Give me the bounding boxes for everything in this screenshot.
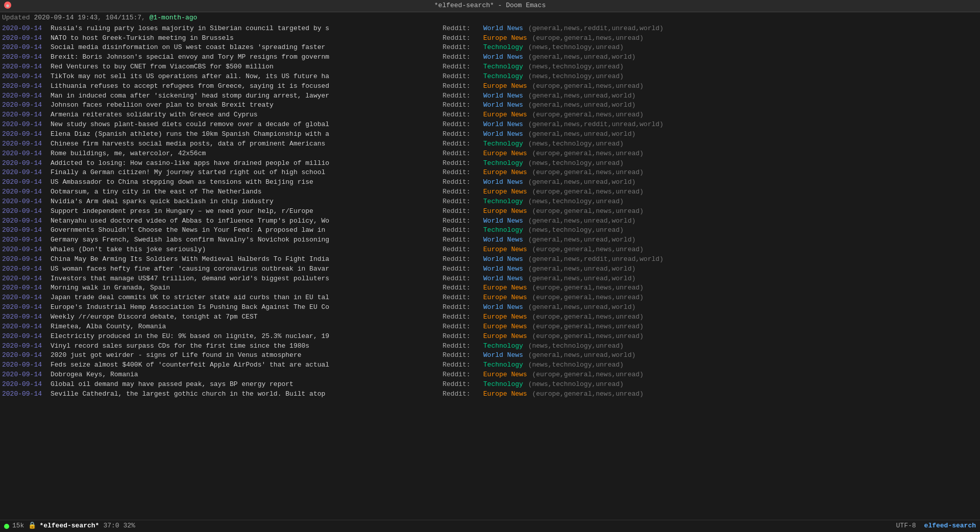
entry-title: Red Ventures to buy CNET from ViacomCBS … <box>51 62 438 72</box>
entry-title: Finally a German citizen! My journey sta… <box>51 168 438 178</box>
entry-date: 2020-09-14 <box>2 216 51 226</box>
table-row[interactable]: 2020-09-14 Brexit: Boris Johnson's speci… <box>0 53 980 62</box>
table-row[interactable]: 2020-09-14 Vinyl record sales surpass CD… <box>0 342 980 351</box>
entry-feed: Europe News <box>479 390 527 399</box>
entry-feed: Technology <box>479 72 523 82</box>
entry-date: 2020-09-14 <box>2 283 51 293</box>
entry-date: 2020-09-14 <box>2 178 51 187</box>
entry-date: 2020-09-14 <box>2 130 51 139</box>
entry-date: 2020-09-14 <box>2 293 51 303</box>
entry-date: 2020-09-14 <box>2 82 51 91</box>
entry-source: Reddit: <box>438 120 479 130</box>
entry-source: Reddit: <box>438 293 479 303</box>
table-row[interactable]: 2020-09-14 Germany says French, Swedish … <box>0 235 980 245</box>
entry-title: Vinyl record sales surpass CDs for the f… <box>51 342 438 351</box>
table-row[interactable]: 2020-09-14 New study shows plant-based d… <box>0 120 980 130</box>
table-row[interactable]: 2020-09-14 China May Be Arming Its Soldi… <box>0 255 980 264</box>
entry-title: Nvidia's Arm deal sparks quick backlash … <box>51 197 438 207</box>
table-row[interactable]: 2020-09-14 Rome buildings, me, watercolo… <box>0 149 980 159</box>
entry-feed: Europe News <box>479 149 527 159</box>
entry-title: Global oil demand may have passed peak, … <box>51 380 438 390</box>
table-row[interactable]: 2020-09-14 NATO to host Greek-Turkish me… <box>0 34 980 43</box>
close-icon[interactable]: ● <box>4 2 11 9</box>
table-row[interactable]: 2020-09-14 Netanyahu used doctored video… <box>0 216 980 226</box>
table-row[interactable]: 2020-09-14 Europe's Industrial Hemp Asso… <box>0 303 980 312</box>
entry-tags: (news,technology,unread) <box>523 43 624 53</box>
entry-feed: Technology <box>479 43 523 53</box>
entry-tags: (news,technology,unread) <box>523 159 624 168</box>
entry-feed: Technology <box>479 62 523 72</box>
entry-source: Reddit: <box>438 283 479 293</box>
table-row[interactable]: 2020-09-14 Addicted to losing: How casin… <box>0 159 980 168</box>
table-row[interactable]: 2020-09-14 Japan trade deal commits UK t… <box>0 293 980 303</box>
updated-count: 104/115:7 <box>106 14 141 21</box>
entry-tags: (europe,general,news,unread) <box>527 312 644 322</box>
table-row[interactable]: 2020-09-14 Johnson faces rebellion over … <box>0 101 980 110</box>
entry-date: 2020-09-14 <box>2 312 51 322</box>
status-line-top: Updated 2020-09-14 19:43, 104/115:7, @1-… <box>0 12 980 24</box>
entry-title: Europe's Industrial Hemp Association Is … <box>51 303 438 312</box>
entry-feed: Europe News <box>479 187 527 197</box>
status-bar: 15k 🔒 *elfeed-search* 37:0 32% UTF-8 elf… <box>0 520 980 532</box>
table-row[interactable]: 2020-09-14 Dobrogea Keys, RomaniaReddit:… <box>0 370 980 380</box>
entry-feed: World News <box>479 274 523 284</box>
entry-title: Man in induced coma after 'sickening' he… <box>51 91 438 101</box>
entry-tags: (general,news,unread,world) <box>523 351 635 360</box>
table-row[interactable]: 2020-09-14 US woman faces hefty fine aft… <box>0 264 980 274</box>
table-row[interactable]: 2020-09-14 Governments Shouldn't Choose … <box>0 226 980 235</box>
entry-date: 2020-09-14 <box>2 62 51 72</box>
table-row[interactable]: 2020-09-14 Global oil demand may have pa… <box>0 380 980 390</box>
table-row[interactable]: 2020-09-14 US Ambassador to China steppi… <box>0 178 980 187</box>
table-row[interactable]: 2020-09-14 Elena Diaz (Spanish athlete) … <box>0 130 980 139</box>
table-row[interactable]: 2020-09-14 Support independent press in … <box>0 207 980 216</box>
entry-source: Reddit: <box>438 110 479 120</box>
table-row[interactable]: 2020-09-14 Investors that manage US$47 t… <box>0 274 980 284</box>
table-row[interactable]: 2020-09-14 Ootmarsum, a tiny city in the… <box>0 187 980 197</box>
table-row[interactable]: 2020-09-14 Armenia reiterates solidarity… <box>0 110 980 120</box>
table-row[interactable]: 2020-09-14 2020 just got weirder - signs… <box>0 351 980 360</box>
table-row[interactable]: 2020-09-14 Rimetea, Alba County, Romania… <box>0 322 980 332</box>
status-encoding: UTF-8 <box>896 521 916 531</box>
entry-tags: (general,news,unread,world) <box>523 216 635 226</box>
updated-label: Updated <box>2 14 34 21</box>
table-row[interactable]: 2020-09-14 Finally a German citizen! My … <box>0 168 980 178</box>
table-row[interactable]: 2020-09-14 Whales (Don't take this joke … <box>0 245 980 255</box>
entry-title: US woman faces hefty fine after 'causing… <box>51 264 438 274</box>
entry-date: 2020-09-14 <box>2 24 51 34</box>
entry-date: 2020-09-14 <box>2 245 51 255</box>
entry-title: Germany says French, Swedish labs confir… <box>51 235 438 245</box>
entry-source: Reddit: <box>438 130 479 139</box>
entry-tags: (general,news,reddit,unread,world) <box>523 120 664 130</box>
entry-source: Reddit: <box>438 312 479 322</box>
entry-source: Reddit: <box>438 207 479 216</box>
entry-feed: Europe News <box>479 82 527 91</box>
entry-source: Reddit: <box>438 168 479 178</box>
entry-tags: (general,news,unread,world) <box>523 178 635 187</box>
entry-feed: Technology <box>479 342 523 351</box>
entry-title: Social media disinformation on US west c… <box>51 43 438 53</box>
table-row[interactable]: 2020-09-14 Chinese firm harvests social … <box>0 139 980 149</box>
entry-feed: Technology <box>479 226 523 235</box>
entry-tags: (news,technology,unread) <box>523 226 624 235</box>
table-row[interactable]: 2020-09-14 Nvidia's Arm deal sparks quic… <box>0 197 980 207</box>
table-row[interactable]: 2020-09-14 TikTok may not sell its US op… <box>0 72 980 82</box>
entry-date: 2020-09-14 <box>2 264 51 274</box>
table-row[interactable]: 2020-09-14 Russia's ruling party loses m… <box>0 24 980 34</box>
entry-tags: (europe,general,news,unread) <box>527 370 644 380</box>
entry-date: 2020-09-14 <box>2 34 51 43</box>
table-row[interactable]: 2020-09-14 Morning walk in Granada, Spai… <box>0 283 980 293</box>
table-row[interactable]: 2020-09-14 Man in induced coma after 'si… <box>0 91 980 101</box>
lock-icon: 🔒 <box>28 521 36 531</box>
entry-date: 2020-09-14 <box>2 207 51 216</box>
entry-tags: (general,news,reddit,unread,world) <box>523 255 664 264</box>
table-row[interactable]: 2020-09-14 Lithuania refuses to accept r… <box>0 82 980 91</box>
table-row[interactable]: 2020-09-14 Seville Cathedral, the larges… <box>0 390 980 399</box>
entry-source: Reddit: <box>438 235 479 245</box>
table-row[interactable]: 2020-09-14 Weekly /r/europe Discord deba… <box>0 312 980 322</box>
table-row[interactable]: 2020-09-14 Electricity produced in the E… <box>0 332 980 342</box>
table-row[interactable]: 2020-09-14 Social media disinformation o… <box>0 43 980 53</box>
entry-title: Addicted to losing: How casino-like apps… <box>51 159 438 168</box>
table-row[interactable]: 2020-09-14 Feds seize almost $400K of 'c… <box>0 360 980 370</box>
table-row[interactable]: 2020-09-14 Red Ventures to buy CNET from… <box>0 62 980 72</box>
entry-source: Reddit: <box>438 187 479 197</box>
